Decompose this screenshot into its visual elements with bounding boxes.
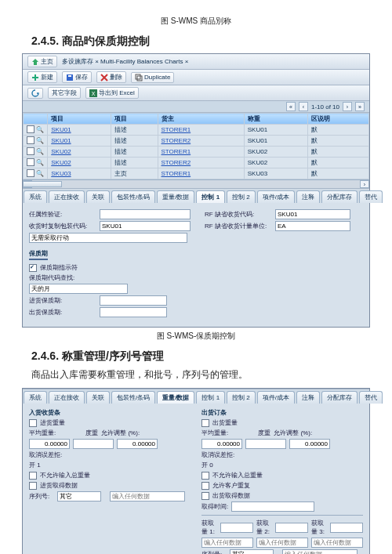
outbound-shelf-input[interactable] [100, 307, 167, 317]
tab-system[interactable]: 系统 [24, 190, 47, 203]
tab-cost[interactable]: 项件/成本 [257, 391, 295, 404]
lookup-icon[interactable]: 🔍 [36, 170, 44, 178]
get-qty-3-input[interactable] [330, 523, 363, 533]
get3-ph[interactable] [311, 538, 363, 548]
serial-mode-select[interactable] [57, 491, 101, 501]
recv-copy-input[interactable] [100, 221, 191, 231]
label: RF 缺省收货计量单位: [205, 222, 272, 230]
page-next-button[interactable]: › [343, 102, 352, 111]
lookup-icon[interactable]: 🔍 [36, 159, 44, 167]
table-row[interactable]: 🔍SKU01描述STORER1SKU01默 [24, 125, 369, 136]
table-row[interactable]: 🔍SKU01描述STORER2SKU01默 [24, 136, 369, 147]
col-item[interactable]: 项目 [48, 114, 111, 125]
tab-system[interactable]: 系统 [24, 391, 47, 404]
out-serial-mode-select[interactable] [230, 549, 274, 554]
get1-ph[interactable] [201, 538, 253, 548]
rf-default-uom-input[interactable] [275, 221, 350, 231]
lookup-icon[interactable]: 🔍 [36, 137, 44, 145]
out-get-data-checkbox[interactable] [201, 492, 209, 500]
tab-links[interactable]: 关联 [86, 190, 110, 203]
in-no-gross-checkbox[interactable] [29, 472, 37, 480]
excel-icon: X [89, 89, 97, 97]
label: 任属性验证: [29, 210, 96, 219]
tab-home[interactable]: 主页 [27, 56, 57, 67]
label: 进货保质期: [29, 296, 96, 305]
tab-alloc[interactable]: 分配库存 [321, 391, 358, 404]
no-action-select[interactable] [29, 233, 187, 243]
col-owner[interactable]: 货主 [158, 114, 244, 125]
other-fields-button[interactable]: 其它字段 [48, 87, 81, 99]
in-wt-unit-input[interactable] [73, 439, 114, 449]
new-button[interactable]: 新建 [27, 71, 57, 83]
pager: « ‹ 1-10 of 10 › » [23, 101, 369, 113]
col-zone[interactable]: 区说明 [307, 114, 368, 125]
out-tolerance-input[interactable] [289, 439, 330, 449]
out-wt-unit-input[interactable] [245, 439, 286, 449]
tab-notes[interactable]: 注释 [296, 190, 320, 203]
table-row[interactable]: 🔍SKU02描述STORER2SKU02默 [24, 158, 369, 168]
in-get-data-checkbox[interactable] [29, 482, 37, 490]
in-avg-weight-input[interactable] [29, 439, 70, 449]
tab-subst[interactable]: 替代 [359, 391, 383, 404]
inbound-shelf-input[interactable] [100, 295, 167, 306]
tab-packing[interactable]: 包装性/条码 [111, 391, 155, 404]
capture-time-input[interactable] [231, 501, 314, 512]
refresh-button[interactable] [27, 88, 43, 99]
rf-default-code-input[interactable] [275, 209, 350, 219]
shelf-indicator-checkbox[interactable] [29, 264, 37, 272]
tab-control1[interactable]: 控制 1 [196, 190, 225, 203]
row-checkbox[interactable] [27, 125, 34, 133]
tab-control1[interactable]: 控制 1 [196, 391, 225, 404]
get-qty-2-input[interactable] [275, 523, 308, 533]
items-table: 项目 项目 货主 称重 区说明 🔍SKU01描述STORER1SKU01默 🔍S… [23, 113, 369, 179]
serial-input[interactable] [110, 491, 185, 501]
row-checkbox[interactable] [27, 158, 34, 166]
page-prev-button[interactable]: ‹ [299, 102, 308, 111]
tab-packing[interactable]: 包装性/条码 [111, 190, 155, 203]
in-weight-checkbox[interactable] [29, 419, 37, 427]
out-weight-checkbox[interactable] [201, 419, 209, 427]
table-row[interactable]: 🔍SKU03主页STORER1SKU03默 [24, 168, 369, 179]
export-excel-button[interactable]: X 导出到 Excel [85, 87, 139, 99]
delete-button[interactable]: 删除 [96, 71, 126, 83]
label: 保质期代码查找: [29, 273, 96, 282]
tab-control2[interactable]: 控制 2 [227, 391, 256, 404]
save-button[interactable]: 保存 [62, 71, 92, 83]
shelf-code-select[interactable] [29, 284, 128, 294]
tab-subst[interactable]: 替代 [359, 190, 383, 203]
tab-notes[interactable]: 注释 [296, 391, 320, 404]
row-checkbox[interactable] [27, 136, 34, 144]
heading-246: 2.4.6. 称重管理/序列号管理 [31, 349, 370, 364]
tab-receiving[interactable]: 正在接收 [49, 190, 85, 203]
page-indicator: 1-10 of 10 [311, 103, 339, 110]
lookup-icon[interactable]: 🔍 [36, 148, 44, 156]
tab-alloc[interactable]: 分配库存 [321, 190, 358, 203]
page-last-button[interactable]: » [355, 102, 365, 111]
tab-control2[interactable]: 控制 2 [227, 190, 256, 203]
out-serial-input[interactable] [282, 549, 358, 554]
out-allow-dup-checkbox[interactable] [201, 482, 209, 490]
out-avg-weight-input[interactable] [201, 439, 242, 449]
window-shelf-life: 主页 多设施库存 × Multi-Facility Balances Chart… [22, 53, 370, 328]
in-tolerance-input[interactable] [117, 439, 158, 449]
tab-weight[interactable]: 重量/数据 [157, 391, 194, 404]
row-checkbox[interactable] [27, 169, 34, 177]
row-checkbox[interactable] [27, 147, 34, 155]
tab-receiving[interactable]: 正在接收 [49, 391, 85, 404]
get2-ph[interactable] [256, 538, 308, 548]
lookup-icon[interactable]: 🔍 [36, 126, 44, 134]
putaway-code-input[interactable] [100, 209, 191, 219]
get-qty-1-input[interactable] [220, 523, 253, 533]
table-row[interactable]: 🔍SKU02描述STORER1SKU02默 [24, 147, 369, 158]
h-scrollbar[interactable]: ‹› [23, 179, 369, 188]
label: 出货保质期: [29, 308, 96, 317]
tab-links[interactable]: 关联 [86, 391, 110, 404]
tab-weight[interactable]: 重量/数据 [157, 190, 194, 203]
page-first-button[interactable]: « [286, 102, 296, 111]
svg-rect-1 [68, 75, 71, 77]
col-item2[interactable]: 项目 [111, 114, 158, 125]
col-weight[interactable]: 称重 [244, 114, 307, 125]
tab-cost[interactable]: 项件/成本 [257, 190, 295, 203]
duplicate-button[interactable]: Duplicate [131, 72, 174, 83]
out-no-gross-checkbox[interactable] [201, 472, 209, 480]
